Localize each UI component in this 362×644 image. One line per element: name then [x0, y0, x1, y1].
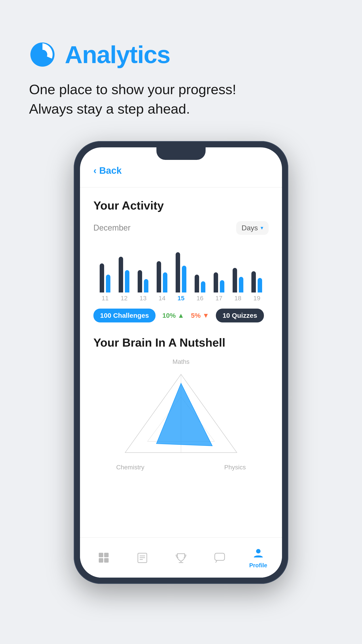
bar-group-16: 16 — [195, 243, 205, 302]
phone-wrapper: ‹ Back Your Activity December Days ▾ — [29, 141, 333, 584]
bar-blue-15 — [182, 266, 186, 292]
page-title: Analytics — [65, 40, 170, 69]
bar-blue-11 — [106, 274, 110, 292]
stat-green: 10% ▲ — [162, 312, 184, 319]
bar-label-19: 19 — [253, 295, 260, 302]
screen-content: ‹ Back Your Activity December Days ▾ — [80, 147, 282, 537]
phone-outer: ‹ Back Your Activity December Days ▾ — [74, 141, 288, 584]
bar-dark-16 — [195, 274, 199, 292]
brain-section: Your Brain In A Nutshell Maths — [93, 336, 269, 471]
page-container: Analytics One place to show your progres… — [0, 0, 362, 644]
bar-label-18: 18 — [234, 295, 241, 302]
bar-dark-19 — [251, 271, 256, 292]
nav-item-learn[interactable] — [123, 551, 162, 564]
bar-label-16: 16 — [196, 295, 203, 302]
bar-dark-14 — [157, 261, 161, 292]
bar-group-18: 18 — [233, 243, 243, 302]
bar-dark-13 — [138, 270, 142, 292]
bar-dark-12 — [119, 257, 123, 292]
nav-item-chat[interactable] — [200, 551, 239, 564]
bar-dark-11 — [100, 264, 104, 292]
home-icon — [97, 551, 110, 564]
back-button[interactable]: ‹ Back — [93, 165, 269, 176]
phone-notch — [156, 147, 206, 160]
bar-blue-14 — [163, 272, 167, 292]
nav-item-home[interactable] — [84, 551, 123, 564]
bar-blue-17 — [220, 280, 224, 292]
svg-marker-7 — [156, 383, 212, 446]
radar-container: Maths — [93, 358, 269, 471]
bottom-nav: Profile — [80, 537, 282, 578]
svg-point-19 — [256, 549, 261, 554]
month-label: December — [93, 223, 130, 232]
quizzes-badge: 10 Quizzes — [216, 308, 264, 322]
bar-dark-17 — [214, 272, 218, 292]
bar-blue-13 — [144, 279, 148, 292]
svg-rect-18 — [215, 553, 225, 560]
activity-section: Your Activity December Days ▾ — [93, 199, 269, 322]
back-label: Back — [99, 165, 122, 176]
radar-chart — [116, 368, 246, 462]
subtitle-text: One place to show your progress! Always … — [29, 80, 236, 119]
radar-label-chemistry: Chemistry — [116, 464, 144, 471]
bar-label-14: 14 — [158, 295, 165, 302]
radar-bottom-labels: Chemistry Physics — [116, 464, 246, 471]
bar-label-11: 11 — [102, 295, 109, 302]
nav-item-profile[interactable]: Profile — [239, 546, 278, 569]
stats-row: 100 Challenges 10% ▲ 5% ▼ 10 Quizzes — [93, 308, 269, 322]
bar-group-12: 12 — [119, 243, 129, 302]
activity-header: December Days ▾ — [93, 221, 269, 235]
brain-title: Your Brain In A Nutshell — [93, 336, 269, 349]
header-section: Analytics — [29, 40, 170, 69]
bar-dark-18 — [233, 268, 237, 292]
phone-screen: ‹ Back Your Activity December Days ▾ — [80, 147, 282, 578]
activity-title: Your Activity — [93, 199, 269, 212]
bar-blue-19 — [258, 278, 262, 292]
bar-blue-16 — [201, 281, 205, 292]
svg-point-1 — [37, 50, 47, 59]
bar-blue-12 — [125, 270, 129, 292]
svg-rect-8 — [99, 553, 103, 557]
bar-group-17: 17 — [214, 243, 224, 302]
bar-chart: 11 12 — [93, 244, 269, 302]
svg-rect-9 — [104, 553, 109, 557]
days-label: Days — [242, 224, 258, 232]
radar-label-physics: Physics — [224, 464, 246, 471]
svg-rect-10 — [99, 558, 103, 562]
challenges-badge: 100 Challenges — [93, 308, 156, 322]
chat-icon — [213, 551, 226, 564]
nav-item-trophy[interactable] — [162, 551, 200, 564]
bar-group-15: 15 — [176, 243, 186, 302]
bar-group-14: 14 — [157, 243, 167, 302]
bar-group-13: 13 — [138, 243, 148, 302]
radar-label-maths: Maths — [173, 358, 189, 366]
days-dropdown[interactable]: Days ▾ — [236, 221, 269, 235]
bar-group-19: 19 — [251, 243, 262, 302]
back-chevron-icon: ‹ — [93, 165, 96, 176]
bar-dark-15 — [176, 252, 180, 292]
dropdown-arrow-icon: ▾ — [261, 225, 263, 231]
section-divider — [80, 187, 282, 188]
bar-label-17: 17 — [215, 295, 222, 302]
trophy-icon — [174, 551, 188, 564]
learn-icon — [136, 551, 149, 564]
bar-label-13: 13 — [140, 295, 147, 302]
svg-rect-11 — [104, 558, 109, 562]
bar-blue-18 — [239, 277, 243, 292]
bar-label-15: 15 — [177, 295, 184, 302]
bar-group-11: 11 — [100, 243, 110, 302]
stat-red: 5% ▼ — [191, 312, 209, 319]
nav-label-profile: Profile — [249, 562, 267, 569]
profile-icon — [252, 546, 265, 560]
bar-label-12: 12 — [121, 295, 128, 302]
analytics-icon — [29, 41, 56, 68]
